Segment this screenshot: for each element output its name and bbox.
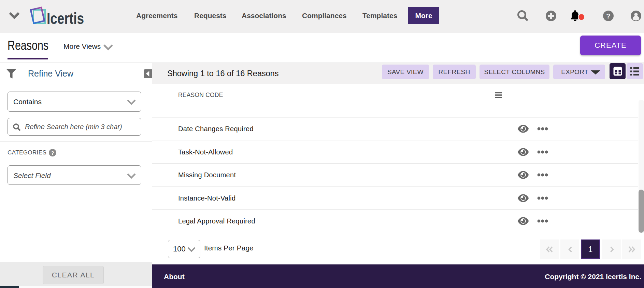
svg-text:?: ? [51,150,54,156]
svg-text:?: ? [606,12,611,20]
svg-text:Icertis: Icertis [47,10,84,27]
